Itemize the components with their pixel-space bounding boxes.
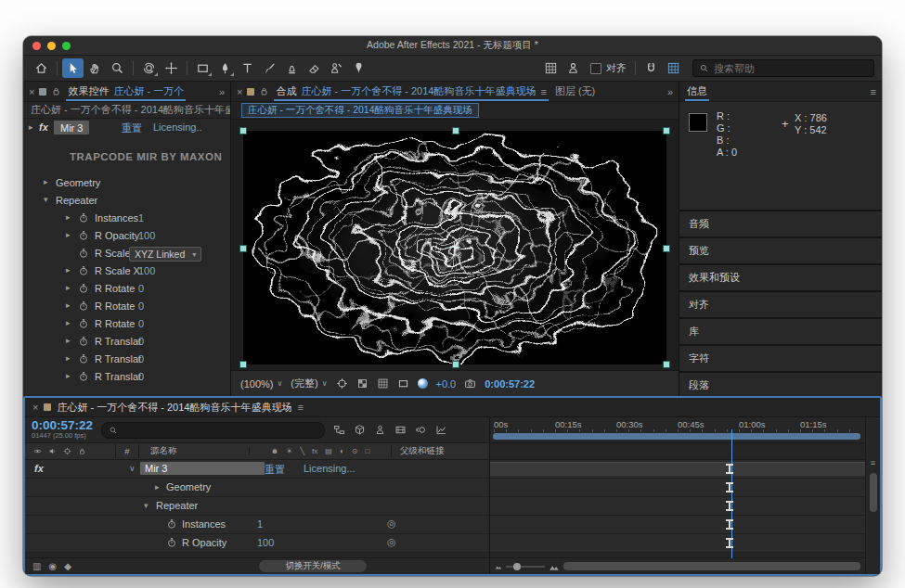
track-row[interactable] bbox=[490, 516, 865, 534]
composition-canvas[interactable] bbox=[243, 131, 666, 364]
selection-handle[interactable] bbox=[663, 361, 670, 368]
property-value[interactable]: 1 bbox=[257, 518, 263, 530]
stopwatch-icon[interactable] bbox=[78, 283, 89, 294]
current-time-display[interactable]: 0:00:57:22 01447 (25.00 fps) bbox=[32, 420, 93, 441]
selection-handle[interactable] bbox=[452, 127, 459, 134]
inout-pane-toggle-icon[interactable]: ◆ bbox=[64, 561, 71, 571]
sidebar-panel-align[interactable]: 对齐 bbox=[679, 292, 882, 317]
property-value[interactable]: 0 bbox=[138, 318, 144, 329]
selection-tool[interactable] bbox=[62, 58, 84, 78]
selection-handle[interactable] bbox=[663, 245, 670, 252]
hide-shy-layers-icon[interactable] bbox=[374, 424, 386, 436]
layer-row-mir3[interactable]: fx ∨ Mir 3 重置 Licensing... bbox=[25, 460, 489, 479]
selection-handle[interactable] bbox=[663, 127, 670, 134]
zoom-slider-knob[interactable] bbox=[513, 563, 521, 570]
property-value[interactable]: 0 bbox=[138, 336, 144, 347]
mask-visibility-icon[interactable] bbox=[397, 377, 409, 390]
snap-checkbox[interactable] bbox=[590, 63, 601, 74]
zoom-out-mountain-icon[interactable] bbox=[495, 563, 502, 570]
property-value[interactable]: 0 bbox=[138, 353, 144, 364]
exposure-icon[interactable] bbox=[418, 378, 428, 389]
property-value[interactable]: 0 bbox=[138, 300, 144, 312]
property-group-row[interactable]: ▸ Geometry bbox=[25, 479, 489, 497]
pick-whip-icon[interactable]: ◎ bbox=[387, 518, 396, 530]
stopwatch-icon[interactable] bbox=[78, 212, 89, 224]
help-search-input[interactable] bbox=[714, 63, 868, 74]
snapshot-camera-icon[interactable] bbox=[464, 377, 476, 390]
chevron-right-icon[interactable]: ▸ bbox=[44, 177, 48, 186]
property-value[interactable]: 0 bbox=[138, 283, 144, 294]
rectangle-tool[interactable] bbox=[192, 58, 213, 78]
fx-badge-icon[interactable]: fx bbox=[34, 463, 44, 474]
track-row[interactable] bbox=[490, 497, 865, 516]
vertical-scroll-thumb[interactable] bbox=[870, 473, 877, 512]
current-frame-marker[interactable] bbox=[726, 501, 733, 511]
preview-timecode[interactable]: 0:00:57:22 bbox=[485, 378, 535, 390]
work-area-bar[interactable] bbox=[493, 433, 860, 440]
snap-magnet-icon[interactable] bbox=[640, 58, 662, 78]
snap-grid-icon[interactable] bbox=[663, 58, 684, 78]
timeline-zoom-slider[interactable] bbox=[506, 566, 545, 568]
timeline-search-box[interactable] bbox=[101, 422, 325, 439]
property-row[interactable]: R Opacity 100 ◎ bbox=[25, 534, 489, 553]
stopwatch-icon[interactable] bbox=[166, 537, 177, 548]
property-value[interactable]: 0 bbox=[138, 371, 144, 382]
pick-whip-icon[interactable]: ◎ bbox=[387, 536, 396, 548]
scroll-menu-icon[interactable]: ≡ bbox=[871, 458, 875, 471]
stopwatch-icon[interactable] bbox=[78, 230, 89, 241]
keyframe-marker[interactable] bbox=[726, 519, 733, 530]
licensing-link[interactable]: Licensing.. bbox=[153, 121, 202, 133]
exposure-value[interactable]: +0.0 bbox=[436, 378, 457, 390]
chevron-right-icon[interactable]: ▸ bbox=[66, 371, 71, 380]
fx-badge-icon[interactable]: fx bbox=[39, 121, 48, 133]
chevron-right-icon[interactable]: ▸ bbox=[66, 265, 71, 275]
licensing-link[interactable]: Licensing... bbox=[304, 463, 356, 474]
help-search-box[interactable] bbox=[692, 59, 874, 77]
grid-options-icon[interactable] bbox=[540, 58, 562, 78]
selection-handle[interactable] bbox=[239, 245, 247, 252]
clone-stamp-tool[interactable] bbox=[281, 58, 303, 78]
stopwatch-icon[interactable] bbox=[166, 518, 177, 530]
track-row[interactable] bbox=[490, 479, 865, 497]
stopwatch-icon[interactable] bbox=[78, 318, 89, 329]
pan-behind-tool[interactable] bbox=[161, 58, 182, 78]
transparency-grid-icon[interactable] bbox=[356, 377, 368, 390]
chevron-right-icon[interactable]: ▸ bbox=[66, 230, 71, 239]
track-row[interactable] bbox=[490, 460, 865, 479]
effect-name[interactable]: Mir 3 bbox=[54, 121, 89, 134]
time-ruler[interactable]: 00s 00:15s 00:30s 00:45s 01:00s 01:15s bbox=[490, 417, 865, 443]
sidebar-panel-audio[interactable]: 音频 bbox=[679, 211, 882, 236]
stopwatch-icon[interactable] bbox=[78, 336, 89, 347]
panel-menu-icon[interactable]: ≡ bbox=[540, 86, 546, 97]
layer-anchor-point[interactable] bbox=[449, 242, 460, 253]
close-panel-icon[interactable]: × bbox=[32, 402, 38, 413]
hand-tool[interactable] bbox=[84, 58, 106, 78]
chevron-right-icon[interactable]: ▸ bbox=[29, 122, 33, 132]
resolution-dropdown[interactable]: (完整) ∨ bbox=[291, 377, 327, 390]
snap-label[interactable]: 对齐 bbox=[606, 61, 627, 75]
composition-viewport[interactable] bbox=[231, 120, 679, 370]
orbit-camera-tool[interactable] bbox=[138, 58, 160, 78]
stopwatch-icon[interactable] bbox=[78, 265, 89, 276]
zoom-tool[interactable] bbox=[107, 58, 128, 78]
property-value[interactable]: 1 bbox=[138, 212, 144, 224]
chevron-right-icon[interactable]: ▸ bbox=[66, 353, 71, 363]
magnification-dropdown[interactable]: (100%) ∨ bbox=[240, 378, 282, 390]
source-name-header[interactable]: 源名称 bbox=[139, 445, 249, 457]
stopwatch-icon[interactable] bbox=[78, 353, 89, 364]
close-panel-icon[interactable]: × bbox=[237, 86, 242, 97]
reset-link[interactable]: 重置 bbox=[265, 463, 285, 477]
track-rows[interactable] bbox=[490, 460, 865, 557]
chevron-right-icon[interactable]: ▸ bbox=[155, 482, 160, 492]
roto-brush-tool[interactable] bbox=[326, 58, 347, 78]
caret-down-icon[interactable]: ∨ bbox=[129, 464, 136, 473]
breadcrumb[interactable]: 庄心妍 - 一万个舍不得 - 2014酷狗音乐十年盛典现场 bbox=[241, 103, 479, 118]
property-group-row[interactable]: ▾ Repeater bbox=[25, 497, 489, 516]
home-icon[interactable] bbox=[31, 58, 52, 78]
panel-overflow-icon[interactable]: » bbox=[667, 86, 673, 97]
sidebar-panel-effects-presets[interactable]: 效果和预设 bbox=[679, 265, 882, 290]
chevron-right-icon[interactable]: ▸ bbox=[66, 336, 71, 345]
layer-duration-bar[interactable] bbox=[490, 462, 865, 476]
draft-3d-icon[interactable] bbox=[354, 424, 366, 436]
minimize-window-button[interactable] bbox=[47, 42, 56, 50]
